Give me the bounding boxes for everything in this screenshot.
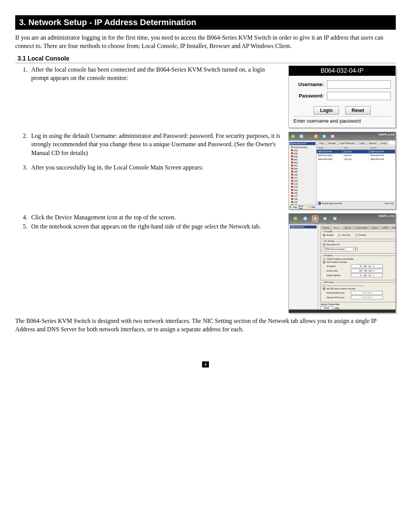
tree-item[interactable]: [06]	[291, 161, 315, 164]
subnet-mask-input[interactable]: 255 . 255 . 255 . 0	[351, 269, 383, 273]
config-tabs: General Network Security Customization S…	[320, 226, 396, 230]
password-input[interactable]	[327, 92, 391, 100]
tab-favorites[interactable]: Favorites	[326, 141, 338, 145]
table-row[interactable]: B064-032-04(01) [01] Port B064-032-04-IP	[317, 153, 395, 157]
tree-item[interactable]: [18]	[291, 198, 315, 201]
group-title: IP Address	[323, 254, 334, 257]
toolbar-user-management-icon[interactable]	[299, 134, 304, 139]
radio-set-dns-manual[interactable]: Set DNS server address manually	[323, 288, 396, 290]
preferred-dns-input[interactable]: 0 . 0 . 0 . 0	[351, 291, 383, 295]
svg-rect-8	[323, 217, 327, 220]
console-main-screenshot: TRIPP-LITE B064-032-04-IP KN2116A(01) /*…	[288, 132, 396, 209]
dns-server-group: DNS Server Obtain DNS server addresses a…	[320, 282, 396, 302]
redundant-nic-checkbox[interactable]: Redundant NIC	[323, 243, 396, 246]
reset-button[interactable]: Reset	[345, 106, 371, 115]
svg-rect-3	[323, 135, 326, 138]
tree-item[interactable]: [19]	[291, 201, 315, 204]
toolbar-download-icon[interactable]	[330, 134, 335, 139]
tab-customization[interactable]: Customization	[354, 226, 370, 229]
alternate-dns-input[interactable]: 0 . 0 . 0 . 0	[351, 296, 383, 299]
tab-network[interactable]: Network	[331, 226, 342, 229]
tree-item[interactable]: [09]	[291, 170, 315, 173]
tree-item[interactable]: [17]	[291, 195, 315, 198]
tab-service[interactable]: Service	[370, 226, 380, 229]
table-row[interactable]: B064-032-04-IP [01] Port B064-032-04-IP	[317, 150, 395, 153]
svg-point-5	[293, 217, 297, 220]
filter-button[interactable]: Filter	[311, 206, 315, 208]
radio-obtain-dns-auto[interactable]: Obtain DNS server addresses automaticall…	[323, 284, 396, 287]
console-footer: Enable panel auto-hide Save Array	[317, 201, 395, 205]
tab-config[interactable]: Config	[357, 141, 366, 145]
tree-item[interactable]: [12]	[291, 179, 315, 182]
console-toolbar: TRIPP-LITE	[289, 132, 395, 141]
tree-item[interactable]: [11]	[291, 176, 315, 179]
login-title: B064-032-04-IP	[289, 66, 395, 76]
table-row[interactable]: B064-032-04(02) [01] Port B064-032-04-IP	[317, 157, 395, 161]
brand-logo: TRIPP-LITE	[378, 133, 395, 136]
toolbar-maintenance-icon[interactable]	[332, 216, 338, 221]
radio-disabled[interactable]: Disabled	[355, 234, 366, 236]
tree-item[interactable]: [15]	[291, 189, 315, 192]
toolbar-device-management-icon[interactable]	[312, 216, 318, 221]
login-button[interactable]: Login	[314, 106, 339, 115]
transfer-rate-unit: KBps	[335, 307, 339, 309]
svg-rect-9	[333, 217, 336, 220]
ip-address-group: IP Address Obtain IP address automatical…	[320, 256, 396, 280]
tree-item[interactable]: [14]	[291, 185, 315, 189]
brand-logo: TRIPP-LITE	[378, 215, 395, 217]
tab-access[interactable]: Access	[379, 141, 389, 145]
radio-set-ip-manual[interactable]: Set IP address manually	[323, 261, 396, 264]
tree-item[interactable]: [03]	[291, 152, 315, 155]
group-title: IP Installer	[323, 230, 334, 233]
toolbar-log-icon[interactable]	[322, 216, 328, 221]
tree-root-item[interactable]: B064-032-04-IP	[290, 142, 315, 145]
tree-item[interactable]: [07]	[291, 164, 315, 167]
svg-rect-4	[331, 135, 334, 138]
toolbar-device-management-icon[interactable]	[313, 134, 319, 139]
default-gateway-label: Default Gateway	[327, 274, 351, 276]
tab-general[interactable]: General	[320, 226, 331, 229]
tab-sessions[interactable]: Sessions	[367, 141, 378, 145]
default-gateway-input[interactable]: 10 . 168 . 111 . 1	[351, 273, 383, 277]
tree-item[interactable]: KN2116A(01)	[291, 146, 315, 149]
auto-hide-checkbox-label[interactable]: Enable panel auto-hide	[322, 202, 342, 204]
tree-root-item[interactable]: B064-032-04-IP	[290, 225, 317, 228]
scan-icon	[290, 206, 291, 208]
tab-security[interactable]: Security	[342, 226, 353, 229]
tree-item[interactable]: [04]	[291, 155, 315, 158]
toolbar-port-access-icon[interactable]	[293, 216, 298, 221]
status-dot-icon	[318, 202, 321, 205]
radio-obtain-ip-auto[interactable]: Obtain IP address automatically	[323, 258, 396, 260]
toolbar-port-access-icon[interactable]	[290, 134, 296, 139]
password-label: Password:	[293, 93, 327, 99]
tab-user-preferences[interactable]: User Preferences	[338, 141, 357, 145]
network-tree-panel: B064-032-04-IP	[289, 224, 318, 309]
toolbar-log-icon[interactable]	[322, 134, 327, 139]
intro-paragraph: If you are an administrator logging in f…	[15, 34, 396, 51]
chevron-down-icon: ▾	[353, 248, 357, 250]
radio-enabled[interactable]: Enabled	[323, 234, 333, 236]
toolbar-user-management-icon[interactable]	[303, 216, 308, 221]
tree-item[interactable]: [08]	[291, 167, 315, 170]
array-view-button[interactable]: Array View	[299, 205, 307, 209]
col-port: Port	[343, 146, 369, 150]
tree-item[interactable]: [02]	[291, 149, 315, 152]
tree-item[interactable]: [10]	[291, 173, 315, 176]
icon-label: Log	[324, 222, 327, 224]
steps-4-5-row: Click the Device Management icon at the …	[15, 213, 396, 313]
tree-footer: Scan Array View Filter	[289, 205, 316, 209]
tree-item[interactable]: [16]	[291, 192, 315, 195]
nic-adapter-select[interactable]: 1000M Network Adapter 1 ▾	[323, 247, 358, 251]
username-input[interactable]	[327, 80, 391, 89]
radio-view-only[interactable]: View Only	[338, 234, 350, 236]
tab-array[interactable]: Array	[317, 141, 326, 145]
save-array-button[interactable]: Save Array	[385, 202, 394, 204]
alternate-dns-label: Alternate DNS server	[327, 296, 351, 299]
scan-button[interactable]: Scan	[293, 206, 297, 208]
tab-anms[interactable]: ANMS	[381, 226, 390, 229]
icon-label: Port Access	[290, 222, 299, 224]
tree-item[interactable]: [13]	[291, 182, 315, 185]
tree-item[interactable]: [05]	[291, 158, 315, 161]
ip-address-input[interactable]: 10 . 168 . 111 . 9	[351, 264, 383, 268]
tab-datetime[interactable]: Date/Time	[390, 226, 396, 229]
